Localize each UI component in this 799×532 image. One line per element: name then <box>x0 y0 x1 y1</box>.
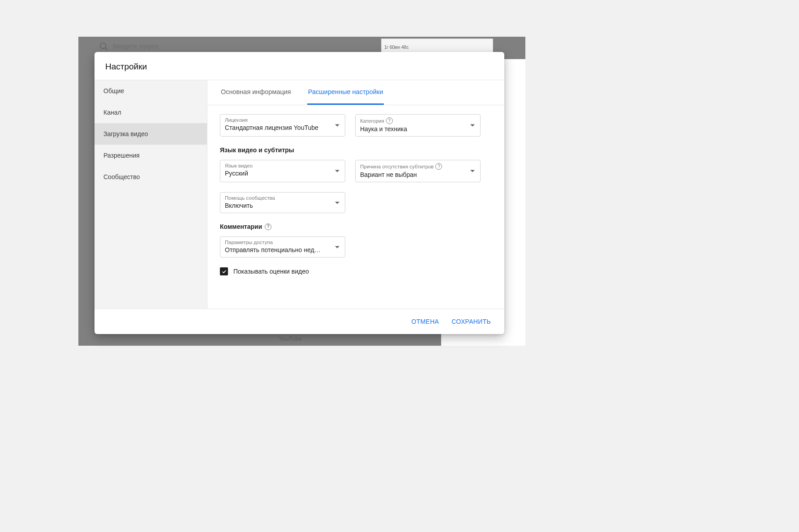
search-icon <box>99 41 108 51</box>
dialog-body: Общие Канал Загрузка видео Разрешения Со… <box>95 80 504 309</box>
sidebar-item-permissions[interactable]: Разрешения <box>95 145 207 166</box>
dialog-scroll-area[interactable]: Лицензия Стандартная лицензия YouTube Ка… <box>207 105 504 309</box>
dialog-title: Настройки <box>95 52 504 80</box>
select-value: Русский <box>225 170 340 177</box>
chevron-down-icon <box>335 246 339 248</box>
svg-line-1 <box>105 48 107 50</box>
chevron-down-icon <box>335 124 339 127</box>
select-label: Причина отсутствия субтитров ? <box>360 163 476 170</box>
help-icon[interactable]: ? <box>386 117 393 124</box>
field-row: Помощь сообщества Включить <box>220 192 492 213</box>
community-help-select[interactable]: Помощь сообщества Включить <box>220 192 345 213</box>
chevron-down-icon <box>335 202 339 204</box>
dialog-tabs: Основная информация Расширенные настройк… <box>207 80 504 105</box>
show-ratings-checkbox[interactable] <box>220 267 228 275</box>
field-row: Лицензия Стандартная лицензия YouTube Ка… <box>220 114 492 137</box>
sidebar-item-upload-video[interactable]: Загрузка видео <box>95 123 207 145</box>
show-ratings-row: Показывать оценки видео <box>220 267 492 275</box>
save-button[interactable]: СОХРАНИТЬ <box>447 314 495 329</box>
sidebar-item-label: Сообщество <box>103 173 140 180</box>
section-heading-text: Язык видео и субтитры <box>220 146 294 154</box>
video-language-select[interactable]: Язык видео Русский <box>220 160 345 182</box>
settings-dialog: Настройки Общие Канал Загрузка видео Раз… <box>95 52 504 334</box>
select-label: Помощь сообщества <box>225 195 340 201</box>
sidebar-item-label: Загрузка видео <box>103 130 148 137</box>
help-icon[interactable]: ? <box>265 223 271 230</box>
select-value: Стандартная лицензия YouTube <box>225 124 340 131</box>
select-value: Вариант не выбран <box>360 171 476 178</box>
sidebar-item-label: Общие <box>103 87 124 94</box>
search-placeholder: Введите запрос <box>113 43 159 50</box>
help-icon[interactable]: ? <box>435 163 442 170</box>
caption-reason-select[interactable]: Причина отсутствия субтитров ? Вариант н… <box>355 160 481 182</box>
sidebar-item-channel[interactable]: Канал <box>95 102 207 123</box>
checkmark-icon <box>221 269 227 275</box>
tab-advanced-settings[interactable]: Расширенные настройки <box>307 80 384 105</box>
sidebar-item-community[interactable]: Сообщество <box>95 166 207 188</box>
select-label: Параметры доступа <box>225 240 340 245</box>
select-value: Включить <box>225 202 340 209</box>
license-select[interactable]: Лицензия Стандартная лицензия YouTube <box>220 114 345 137</box>
field-row: Параметры доступа Отправлять потенциальн… <box>220 236 492 257</box>
section-heading-text: Комментарии <box>220 223 262 230</box>
metrics-time: 1г 60мн 48с <box>384 45 408 50</box>
field-row: Язык видео Русский Причина отсутствия су… <box>220 160 492 182</box>
dialog-footer: ОТМЕНА СОХРАНИТЬ <box>95 309 504 334</box>
select-value: Отправлять потенциально нед… <box>225 246 340 253</box>
select-label: Лицензия <box>225 117 340 123</box>
select-label-text: Причина отсутствия субтитров <box>360 164 434 169</box>
show-ratings-label: Показывать оценки видео <box>233 268 309 275</box>
dialog-sidebar: Общие Канал Загрузка видео Разрешения Со… <box>95 80 207 309</box>
select-value: Наука и техника <box>360 125 476 133</box>
svg-point-0 <box>100 43 106 49</box>
category-select[interactable]: Категория ? Наука и техника <box>355 114 481 137</box>
section-heading-language: Язык видео и субтитры <box>220 146 492 154</box>
background-youtube-label: YouTube <box>279 335 302 342</box>
chevron-down-icon <box>470 124 475 127</box>
sidebar-item-general[interactable]: Общие <box>95 80 207 102</box>
background-search: Введите запрос <box>99 41 159 51</box>
select-label: Язык видео <box>225 163 340 168</box>
chevron-down-icon <box>470 170 475 172</box>
sidebar-item-label: Разрешения <box>103 152 140 159</box>
cancel-button[interactable]: ОТМЕНА <box>407 314 444 329</box>
dialog-main: Основная информация Расширенные настройк… <box>207 80 504 309</box>
tab-label: Расширенные настройки <box>308 88 383 95</box>
access-params-select[interactable]: Параметры доступа Отправлять потенциальн… <box>220 236 345 257</box>
section-heading-comments: Комментарии ? <box>220 223 492 230</box>
chevron-down-icon <box>335 170 339 172</box>
tab-label: Основная информация <box>221 88 291 95</box>
tab-basic-info[interactable]: Основная информация <box>220 80 292 105</box>
select-label: Категория ? <box>360 117 476 124</box>
select-label-text: Категория <box>360 118 384 124</box>
sidebar-item-label: Канал <box>103 109 121 116</box>
